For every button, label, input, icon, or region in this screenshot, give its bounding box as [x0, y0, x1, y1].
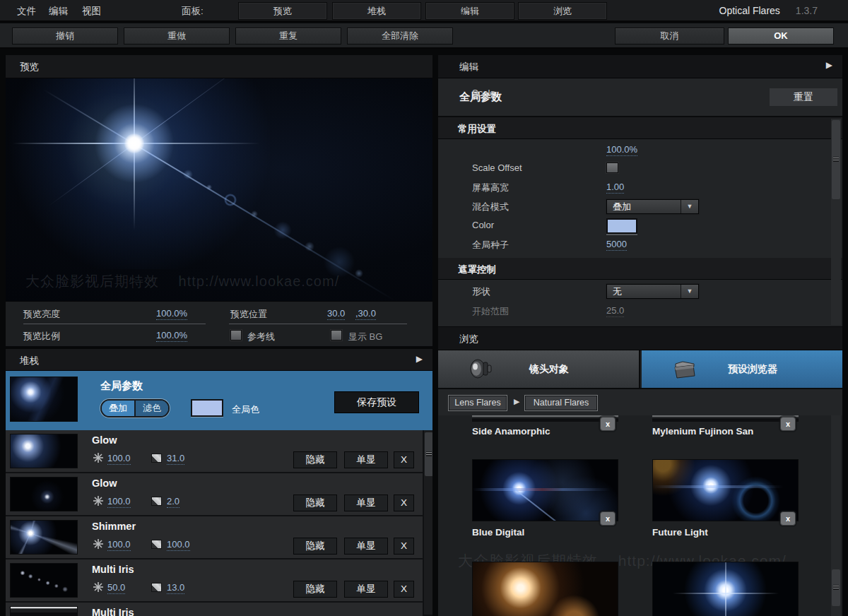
menu-edit[interactable]: 编辑	[49, 5, 68, 18]
remove-preset-button[interactable]: x	[600, 417, 616, 431]
preview-position-y[interactable]: ,30.0	[355, 308, 376, 320]
hide-button[interactable]: 隐藏	[293, 494, 337, 511]
breadcrumb-lens-flares[interactable]: Lens Flares	[448, 395, 507, 411]
preview-canvas[interactable]: 大众脸影视后期特效 http://www.lookae.com/	[6, 78, 432, 301]
color-swatch[interactable]	[606, 218, 637, 234]
breadcrumb-natural-flares[interactable]: Natural Flares	[524, 395, 598, 411]
preset-thumbnail-clipped[interactable]	[652, 562, 799, 616]
delete-row-button[interactable]: X	[394, 451, 414, 468]
preset-thumbnail-clipped[interactable]	[652, 415, 799, 422]
flare-ray	[43, 89, 135, 145]
solo-button[interactable]: 单显	[344, 451, 388, 468]
delete-row-button[interactable]: X	[394, 538, 414, 555]
repeat-button[interactable]: 重复	[235, 28, 341, 45]
row-brightness-value[interactable]: 100.0	[107, 539, 131, 551]
preset-name: Side Anamorphic	[472, 426, 550, 437]
seed-value[interactable]: 5000	[606, 239, 627, 251]
solo-button[interactable]: 单显	[344, 581, 388, 598]
scale-icon	[151, 540, 162, 549]
panel-toggle-browse[interactable]: 浏览	[518, 2, 607, 20]
guides-checkbox[interactable]	[230, 330, 242, 340]
stack-row-glow-1[interactable]: Glow 100.0 31.0 隐藏 单显 X	[6, 430, 423, 472]
tab-lens-objects[interactable]: 镜头对象	[438, 350, 640, 388]
clear-all-button[interactable]: 全部清除	[347, 28, 453, 45]
shape-dropdown[interactable]: 无 ▼	[606, 284, 699, 299]
chevron-down-icon: ▼	[681, 285, 698, 298]
brightness-icon	[93, 539, 103, 549]
remove-preset-button[interactable]: x	[780, 511, 796, 526]
edit-scrollbar[interactable]	[831, 119, 841, 325]
scale-icon	[151, 497, 162, 506]
hide-button[interactable]: 隐藏	[293, 538, 337, 555]
solo-button[interactable]: 单显	[344, 538, 388, 555]
panel-toggle-edit[interactable]: 编辑	[425, 2, 514, 20]
preview-scale-value[interactable]: 100.0%	[156, 330, 187, 342]
preview-brightness-value[interactable]: 100.0%	[156, 308, 187, 320]
row-scale-value[interactable]: 100.0	[167, 539, 190, 551]
hide-button[interactable]: 隐藏	[293, 451, 337, 468]
solo-button[interactable]: 单显	[344, 494, 388, 511]
stack-row-global-params[interactable]: 全局参数 叠加 滤色 全局色 保存预设	[6, 371, 432, 430]
delete-row-button[interactable]: X	[394, 494, 414, 511]
save-preset-button[interactable]: 保存预设	[334, 391, 419, 413]
row-scale-value[interactable]: 2.0	[167, 496, 179, 508]
browse-scrollbar-thumb[interactable]	[832, 569, 840, 606]
blend-screen-option[interactable]: 滤色	[134, 401, 168, 416]
stack-row-partial[interactable]: Multi Iris	[6, 603, 423, 616]
hide-button[interactable]: 隐藏	[293, 581, 337, 598]
preset-thumbnail-future-light[interactable]	[652, 459, 799, 521]
cancel-button[interactable]: 取消	[615, 28, 724, 45]
remove-preset-button[interactable]: x	[780, 417, 796, 431]
ok-button[interactable]: OK	[728, 28, 834, 45]
preset-thumbnail-clipped[interactable]	[472, 562, 618, 616]
panel-toggle-preview[interactable]: 预览	[238, 2, 327, 20]
flare-streak	[653, 485, 798, 488]
stack-row-shimmer[interactable]: Shimmer 100.0 100.0 隐藏 单显 X	[6, 516, 423, 558]
undo-button[interactable]: 撤销	[12, 28, 118, 45]
common-settings-header: 常用设置	[438, 117, 842, 139]
watermark-text: 大众脸影视后期特效 http://www.lookae.com/	[25, 272, 339, 291]
preset-thumbnail-blue-digital[interactable]	[472, 459, 618, 521]
stack-row-thumbnail	[10, 606, 78, 616]
stack-row-name: Glow	[92, 434, 117, 446]
stack-row-glow-2[interactable]: Glow 100.0 2.0 隐藏 单显 X	[6, 473, 423, 515]
flare-ghost	[183, 170, 193, 179]
tab-preset-browser[interactable]: 预设浏览器	[642, 350, 842, 388]
global-color-swatch[interactable]	[191, 399, 223, 417]
blend-add-option[interactable]: 叠加	[102, 401, 134, 416]
scale-icon	[151, 583, 162, 592]
menu-view[interactable]: 视图	[82, 5, 101, 18]
stack-scrollbar-thumb[interactable]	[425, 432, 432, 476]
remove-preset-button[interactable]: x	[600, 511, 616, 526]
reset-button[interactable]: 重置	[770, 88, 837, 106]
stack-scrollbar[interactable]	[424, 430, 432, 615]
row-scale-value[interactable]: 13.0	[167, 582, 184, 594]
row-brightness-value[interactable]: 100.0	[107, 496, 131, 508]
redo-button[interactable]: 重做	[124, 28, 230, 45]
row-brightness-value[interactable]: 50.0	[107, 582, 125, 594]
row-scale-value[interactable]: 31.0	[167, 453, 184, 465]
flare-streak	[473, 488, 618, 491]
panel-toggle-stack[interactable]: 堆栈	[332, 2, 421, 20]
preset-thumbnail-clipped[interactable]	[472, 415, 618, 422]
edit-scrollbar-thumb[interactable]	[832, 120, 840, 199]
blend-mode-dropdown[interactable]: 叠加 ▼	[606, 199, 699, 214]
stack-row-multi-iris[interactable]: Multi Iris 50.0 13.0 隐藏 单显 X	[6, 559, 423, 601]
start-range-value[interactable]: 25.0	[606, 305, 624, 317]
browse-scrollbar[interactable]	[831, 415, 841, 616]
delete-row-button[interactable]: X	[394, 581, 414, 598]
tab-lens-label: 镜头对象	[438, 363, 639, 376]
preview-position-x[interactable]: 30.0	[327, 308, 345, 320]
scale-value[interactable]: 100.0%	[606, 144, 637, 156]
aspect-label: 屏幕高宽	[472, 182, 509, 194]
aspect-value[interactable]: 1.00	[606, 182, 624, 194]
divider	[23, 324, 206, 324]
edit-global-bar: 全局参数 重置	[438, 78, 842, 117]
panel-expand-icon[interactable]: ▶	[826, 60, 832, 70]
panel-expand-icon[interactable]: ▶	[416, 354, 423, 364]
menu-file[interactable]: 文件	[17, 5, 36, 18]
row-brightness-value[interactable]: 100.0	[107, 453, 131, 465]
scale-offset-checkbox[interactable]	[606, 162, 618, 173]
preset-name: Mylenium Fujinon San	[652, 426, 753, 437]
show-bg-checkbox[interactable]	[331, 330, 342, 340]
